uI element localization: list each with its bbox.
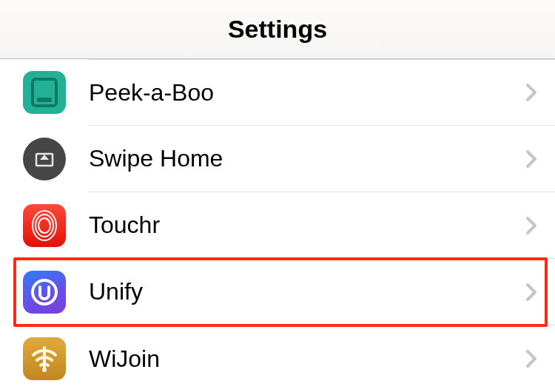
settings-row-unify[interactable]: Unify xyxy=(0,259,555,325)
icon-slot xyxy=(0,138,89,180)
svg-point-6 xyxy=(42,368,47,372)
icon-slot xyxy=(0,71,89,114)
chevron-right-icon xyxy=(525,83,537,102)
row-label: Swipe Home xyxy=(89,145,525,172)
chevron-right-icon xyxy=(525,149,537,169)
row-label: Peek-a-Boo xyxy=(89,79,525,107)
settings-list: Peek-a-Boo Swipe Home xyxy=(0,59,555,392)
chevron-right-icon xyxy=(525,216,537,235)
unify-icon xyxy=(23,271,66,314)
settings-row-swipe-home[interactable]: Swipe Home xyxy=(0,126,555,192)
settings-row-wijoin[interactable]: WiJoin xyxy=(0,325,555,392)
icon-slot xyxy=(0,337,89,380)
row-label: WiJoin xyxy=(89,345,525,373)
row-label: Unify xyxy=(89,278,525,305)
peek-a-boo-icon xyxy=(23,71,66,114)
swipe-home-icon xyxy=(23,138,66,180)
row-label: Touchr xyxy=(89,212,525,239)
wijoin-icon xyxy=(23,337,66,380)
icon-slot xyxy=(0,204,89,247)
navbar: Settings xyxy=(0,0,555,59)
settings-row-peek-a-boo[interactable]: Peek-a-Boo xyxy=(0,59,555,126)
chevron-right-icon xyxy=(525,349,537,368)
svg-point-4 xyxy=(33,280,56,304)
settings-row-touchr[interactable]: Touchr xyxy=(0,192,555,259)
touchr-icon xyxy=(23,204,66,247)
page-title: Settings xyxy=(228,15,327,44)
chevron-right-icon xyxy=(525,283,537,302)
icon-slot xyxy=(0,271,89,314)
